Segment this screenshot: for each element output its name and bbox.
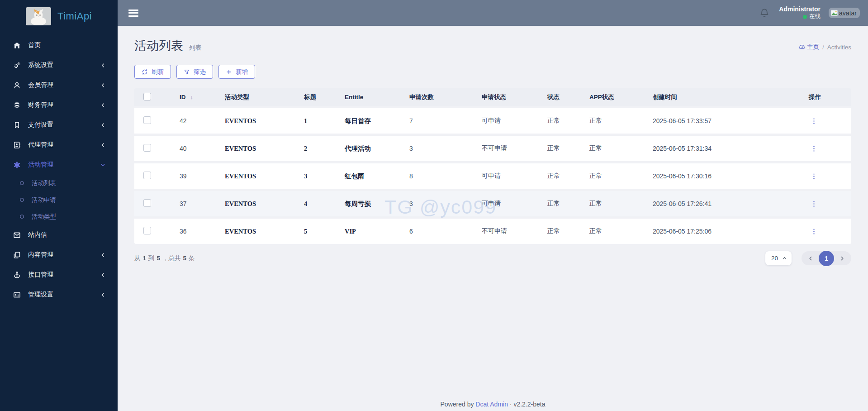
logo-row[interactable]: TimiApi [0, 0, 118, 33]
cell-apply-status: 不可申请 [473, 144, 538, 153]
anchor-icon [13, 271, 21, 279]
row-checkbox[interactable] [143, 199, 151, 207]
cell-status: 正常 [538, 227, 580, 235]
data-table: ID ↓活动类型标题Entitle申请次数申请状态状态APP状态创建时间操作 4… [134, 88, 851, 244]
broken-image-icon [830, 9, 838, 17]
sidebar-item-7[interactable]: 站内信 [0, 225, 118, 245]
breadcrumb-home-link[interactable]: 主页 [799, 43, 819, 51]
bookmark-icon [13, 121, 21, 129]
sidebar-item-3[interactable]: 财务管理 [0, 95, 118, 115]
cell-app-status: 正常 [580, 117, 644, 125]
row-actions-button[interactable] [809, 143, 819, 153]
user-menu[interactable]: Administrator 在线 [779, 5, 821, 20]
online-status: 在线 [779, 13, 821, 20]
pagination: 1 [802, 251, 851, 265]
column-header-7: APP状态 [580, 93, 644, 101]
page-subtitle: 列表 [189, 43, 202, 54]
sidebar-item-label: 站内信 [28, 231, 106, 239]
sidebar-menu: 首页系统设置会员管理财务管理支付设置代理管理活动管理活动列表活动申请活动类型站内… [0, 33, 118, 305]
table-footer: 从1到5，总共5条 20 1 [134, 251, 851, 265]
page-footer: Powered by Dcat Admin · v2.2.2-beta [134, 401, 851, 411]
sidebar-subitem-6-1[interactable]: 活动申请 [0, 191, 118, 208]
cell-entitle: 每周亏损 [336, 200, 400, 208]
topbar-right: Administrator 在线 avatar [758, 5, 860, 20]
current-page-button[interactable]: 1 [819, 251, 834, 266]
cell-status: 正常 [538, 144, 580, 153]
sidebar-item-10[interactable]: 管理设置 [0, 285, 118, 305]
avatar[interactable]: avatar [829, 8, 860, 18]
page-size-value: 20 [771, 255, 778, 262]
row-checkbox[interactable] [143, 144, 151, 152]
envelope-icon [13, 231, 21, 239]
column-header-3: Entitle [336, 94, 400, 100]
next-page-button[interactable] [839, 255, 846, 262]
page-size-select[interactable]: 20 [765, 251, 792, 265]
cell-type: EVENTOS [216, 228, 295, 235]
row-actions-button[interactable] [809, 116, 819, 126]
sidebar-item-0[interactable]: 首页 [0, 35, 118, 55]
home-icon [13, 41, 21, 49]
chevron-left-icon [100, 102, 106, 108]
sidebar-item-1[interactable]: 系统设置 [0, 55, 118, 75]
column-header-0: ID ↓ [172, 94, 216, 100]
sidebar-item-label: 接口管理 [28, 271, 100, 279]
cell-id: 36 [172, 228, 216, 235]
table-row-1: 40EVENTOS2代理活动3不可申请正常正常2025-06-05 17:31:… [134, 136, 851, 161]
sidebar-item-label: 系统设置 [28, 61, 100, 69]
cell-id: 37 [172, 200, 216, 207]
cell-app-status: 正常 [580, 200, 644, 208]
sidebar-item-6[interactable]: 活动管理 [0, 155, 118, 175]
sidebar-item-label: 管理设置 [28, 291, 100, 299]
row-actions-button[interactable] [809, 171, 819, 181]
select-all-checkbox[interactable] [143, 93, 151, 100]
refresh-button[interactable]: 刷新 [134, 65, 171, 79]
cell-status: 正常 [538, 117, 580, 125]
add-button[interactable]: 新增 [218, 65, 255, 79]
sidebar-item-2[interactable]: 会员管理 [0, 75, 118, 95]
table-body: 42EVENTOS1每日首存7可申请正常正常2025-06-05 17:33:5… [134, 108, 851, 244]
sidebar-item-label: 支付设置 [28, 121, 100, 129]
select-all-checkbox-cell [134, 93, 172, 102]
sidebar-subitem-label: 活动申请 [32, 196, 106, 204]
cell-apply-count: 3 [400, 200, 473, 207]
row-actions-button[interactable] [809, 199, 819, 209]
notification-bell-icon[interactable] [758, 7, 771, 19]
refresh-icon [142, 69, 148, 75]
sidebar-item-9[interactable]: 接口管理 [0, 265, 118, 285]
plus-icon [226, 69, 232, 75]
sidebar-item-4[interactable]: 支付设置 [0, 115, 118, 135]
cell-id: 39 [172, 172, 216, 180]
prev-page-button[interactable] [807, 255, 814, 262]
row-checkbox[interactable] [143, 227, 151, 234]
chevron-left-icon [808, 256, 813, 261]
cell-apply-count: 6 [400, 228, 473, 235]
cell-entitle: 红包雨 [336, 172, 400, 181]
cell-title: 5 [295, 228, 336, 235]
row-checkbox[interactable] [143, 172, 151, 179]
page-title: 活动列表 [134, 38, 183, 54]
sidebar-item-8[interactable]: 内容管理 [0, 245, 118, 265]
caret-up-icon [782, 256, 787, 261]
topbar: Administrator 在线 avatar [118, 0, 868, 26]
sidebar-subitem-6-2[interactable]: 活动类型 [0, 208, 118, 225]
cell-type: EVENTOS [216, 145, 295, 153]
sidebar: TimiApi 首页系统设置会员管理财务管理支付设置代理管理活动管理活动列表活动… [0, 0, 118, 411]
dcat-admin-link[interactable]: Dcat Admin [475, 401, 508, 408]
column-header-8: 创建时间 [644, 93, 806, 101]
column-header-2: 标题 [295, 93, 336, 101]
row-actions-button[interactable] [809, 226, 819, 236]
sidebar-subitem-6-0[interactable]: 活动列表 [0, 175, 118, 191]
sidebar-item-5[interactable]: 代理管理 [0, 135, 118, 155]
filter-button[interactable]: 筛选 [176, 65, 213, 79]
online-label: 在线 [809, 13, 821, 20]
chevron-left-icon [100, 62, 106, 68]
cell-type: EVENTOS [216, 200, 295, 208]
cell-apply-count: 3 [400, 145, 473, 152]
cell-apply-status: 可申请 [473, 172, 538, 180]
table-row-4: 36EVENTOS5VIP6不可申请正常正常2025-06-05 17:25:0… [134, 219, 851, 244]
hamburger-menu-icon[interactable] [128, 10, 138, 17]
row-checkbox[interactable] [143, 116, 151, 124]
chevron-left-icon [100, 142, 106, 148]
sort-desc-icon[interactable]: ↓ [190, 94, 193, 100]
chevron-left-icon [100, 292, 106, 297]
